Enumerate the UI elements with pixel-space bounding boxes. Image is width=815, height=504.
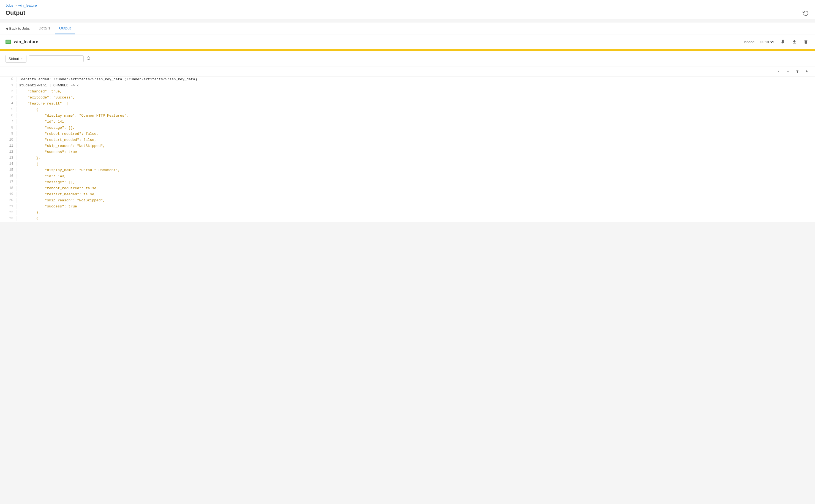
table-row: 4 "feature_result": [ [0,101,815,107]
line-number: 1 [0,83,17,88]
table-row: 16 "id": 143, [0,174,815,180]
delete-button[interactable] [802,38,809,45]
elapsed-label: Elapsed [742,40,754,44]
elapsed-time: 00:01:21 [761,40,775,44]
line-number: 13 [0,155,17,160]
nav-top-button[interactable] [794,69,801,74]
line-number: 0 [0,77,17,82]
line-content: "message": [], [17,180,77,185]
svg-line-1 [89,59,90,60]
table-row: 10 "restart_needed": false, [0,137,815,143]
line-number: 2 [0,89,17,94]
code-area: 0Identity added: /runner/artifacts/5/ssh… [0,77,815,222]
line-content: "reboot_required": false, [17,186,101,191]
table-row: 23 { [0,216,815,222]
line-number: 18 [0,186,17,191]
output-controls: Stdout [0,51,815,67]
line-number: 3 [0,95,17,100]
table-row: 2 "changed": true, [0,89,815,95]
table-row: 20 "skip_reason": "NotSkipped", [0,198,815,204]
tab-bar: ◀ Back to Jobs Details Output [0,23,815,34]
history-icon[interactable] [802,9,809,17]
breadcrumb-separator: > [15,4,17,7]
table-row: 1student1-win1 | CHANGED => { [0,83,815,89]
output-container: 0Identity added: /runner/artifacts/5/ssh… [0,67,815,222]
output-nav [0,67,815,77]
job-header: win_feature Elapsed 00:01:21 [0,34,815,49]
tab-output[interactable]: Output [55,23,75,34]
job-actions: Elapsed 00:01:21 [742,38,809,45]
breadcrumb-jobs-link[interactable]: Jobs [6,3,13,7]
line-content: "restart_needed": false, [17,137,98,143]
line-number: 19 [0,192,17,197]
line-number: 16 [0,174,17,179]
nav-down-button[interactable] [784,69,792,74]
table-row: 8 "message": [], [0,125,815,131]
line-content: "message": [], [17,125,77,130]
line-content: "feature_result": [ [17,101,70,106]
table-row: 7 "id": 141, [0,119,815,125]
table-row: 13 }, [0,155,815,161]
job-status-icon [6,40,11,44]
line-content: "success": true [17,149,79,155]
line-content: "skip_reason": "NotSkipped", [17,198,107,203]
line-number: 9 [0,131,17,136]
line-number: 17 [0,180,17,185]
stdout-label: Stdout [9,57,19,61]
line-number: 4 [0,101,17,106]
search-input[interactable] [31,57,81,61]
page-title-row: Output [6,9,809,17]
nav-up-button[interactable] [775,69,782,74]
table-row: 3 "exitcode": "Success", [0,95,815,101]
line-content: }, [17,210,43,215]
table-row: 15 "display_name": "Default Document", [0,168,815,174]
download-button[interactable] [791,38,798,45]
search-input-wrapper [29,55,84,62]
line-content: { [17,216,40,221]
line-content: student1-win1 | CHANGED => { [17,83,81,88]
table-row: 6 "display_name": "Common HTTP Features"… [0,113,815,119]
table-row: 14 { [0,161,815,168]
main-content: win_feature Elapsed 00:01:21 Stdout [0,34,815,222]
line-content: "display_name": "Default Document", [17,168,122,173]
pin-button[interactable] [779,38,786,45]
table-row: 21 "success": true [0,204,815,210]
page-title: Output [6,9,25,17]
line-content: Identity added: /runner/artifacts/5/ssh_… [17,77,199,82]
tab-details[interactable]: Details [34,23,55,34]
line-content: "display_name": "Common HTTP Features", [17,113,131,118]
line-content: "id": 141, [17,119,69,124]
svg-point-0 [87,57,90,60]
table-row: 0Identity added: /runner/artifacts/5/ssh… [0,77,815,83]
breadcrumb: Jobs > win_feature [6,3,809,7]
line-number: 6 [0,113,17,118]
search-button[interactable] [86,56,91,62]
stdout-select[interactable]: Stdout [6,55,26,63]
table-row: 9 "reboot_required": false, [0,131,815,137]
line-number: 10 [0,137,17,142]
line-content: "skip_reason": "NotSkipped", [17,143,107,149]
line-content: "restart_needed": false, [17,192,98,197]
line-number: 21 [0,204,17,209]
line-content: "success": true [17,204,79,209]
line-content: "changed": true, [17,89,64,94]
line-number: 5 [0,107,17,112]
table-row: 18 "reboot_required": false, [0,186,815,192]
line-content: { [17,161,40,167]
top-header: Jobs > win_feature Output [0,0,815,19]
line-number: 23 [0,216,17,221]
line-number: 12 [0,149,17,154]
job-name: win_feature [6,39,38,44]
breadcrumb-current: win_feature [18,3,37,7]
table-row: 19 "restart_needed": false, [0,192,815,198]
line-number: 20 [0,198,17,203]
table-row: 17 "message": [], [0,180,815,186]
line-number: 22 [0,210,17,215]
line-content: "reboot_required": false, [17,131,101,136]
nav-bottom-button[interactable] [803,69,810,74]
line-number: 15 [0,168,17,172]
line-number: 11 [0,143,17,148]
line-number: 8 [0,125,17,130]
back-to-jobs-button[interactable]: ◀ Back to Jobs [6,23,34,34]
line-content: { [17,107,40,112]
